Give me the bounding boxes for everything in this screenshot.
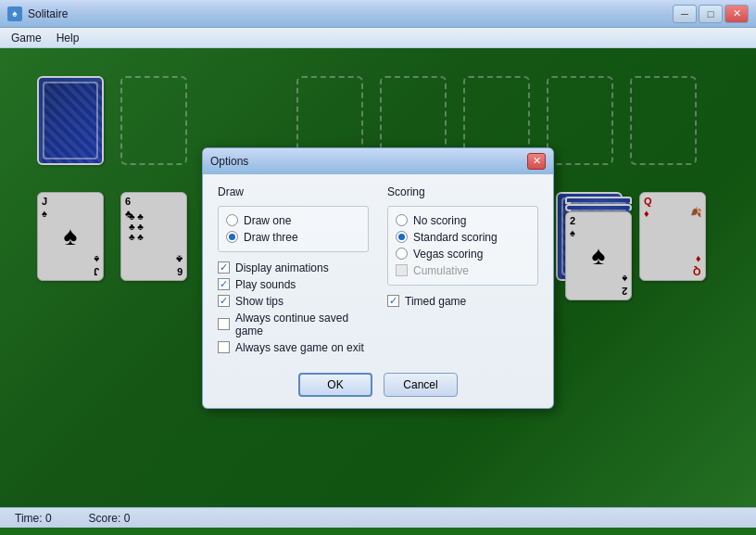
dialog-columns: Draw Draw one Draw three [218,185,538,354]
dialog-body: Draw Draw one Draw three [203,174,553,365]
dialog-close-button[interactable]: ✕ [527,153,546,170]
show-tips-option[interactable]: Show tips [218,295,369,308]
menu-help[interactable]: Help [49,30,87,46]
draw-one-label: Draw one [244,214,291,227]
draw-column: Draw Draw one Draw three [218,185,369,354]
window-title: Solitaire [28,7,673,20]
draw-one-option[interactable]: Draw one [226,214,360,227]
time-value: 0 [45,512,52,525]
display-animations-option[interactable]: Display animations [218,261,369,274]
continue-saved-option[interactable]: Always continue saved game [218,312,369,338]
app-icon: ♠ [7,6,22,21]
score-label: Score: [89,512,121,525]
scoring-column: Scoring No scoring Standard scoring [387,185,538,354]
continue-saved-label: Always continue saved game [235,312,369,338]
no-scoring-label: No scoring [413,214,466,227]
draw-three-radio[interactable] [226,231,238,243]
draw-radio-group: Draw one Draw three [226,214,360,244]
timed-game-label: Timed game [405,295,466,308]
draw-title: Draw [218,185,369,198]
status-bar: Time: 0 Score: 0 [0,507,756,528]
dialog-overlay: Options ✕ Draw Draw one [0,48,756,507]
standard-scoring-label: Standard scoring [413,231,498,244]
cumulative-checkbox [396,264,408,276]
score-display: Score: 0 [89,512,131,525]
cancel-button[interactable]: Cancel [384,373,458,397]
options-dialog: Options ✕ Draw Draw one [202,147,554,409]
minimize-button[interactable]: ─ [673,5,697,23]
play-sounds-option[interactable]: Play sounds [218,278,369,291]
scoring-section: No scoring Standard scoring Vegas scorin… [387,206,538,286]
title-bar: ♠ Solitaire ─ □ ✕ [0,0,756,28]
cumulative-label: Cumulative [413,264,469,277]
dialog-title-bar: Options ✕ [203,148,553,174]
show-tips-checkbox[interactable] [218,295,230,307]
score-value: 0 [124,512,131,525]
menu-game[interactable]: Game [4,30,49,46]
draw-three-option[interactable]: Draw three [226,231,360,244]
cumulative-option: Cumulative [396,264,530,277]
maximize-button[interactable]: □ [699,5,723,23]
title-bar-controls: ─ □ ✕ [673,5,749,23]
save-on-exit-label: Always save game on exit [235,341,364,354]
vegas-scoring-radio[interactable] [396,248,408,260]
continue-saved-checkbox[interactable] [218,318,230,330]
no-scoring-radio[interactable] [396,214,408,226]
no-scoring-option[interactable]: No scoring [396,214,530,227]
draw-section: Draw one Draw three [218,206,369,252]
scoring-radio-group: No scoring Standard scoring Vegas scorin… [396,214,530,277]
timed-game-option[interactable]: Timed game [387,295,538,308]
save-on-exit-option[interactable]: Always save game on exit [218,341,369,354]
ok-button[interactable]: OK [298,373,372,397]
time-display: Time: 0 [15,512,52,525]
play-sounds-checkbox[interactable] [218,278,230,290]
options-checkboxes: Display animations Play sounds Show tips [218,261,369,354]
dialog-title: Options [210,155,527,168]
timed-game-checkbox[interactable] [387,295,399,307]
time-label: Time: [15,512,43,525]
game-area: J♠ ♠ J♠ 6♣ ♣ ♣♣ ♣♣ ♣ 6♣ Q♦ 🍂 Q♦ 2♠ ♠ 2♠ [0,48,756,507]
close-button[interactable]: ✕ [724,5,749,23]
save-on-exit-checkbox[interactable] [218,341,230,353]
scoring-title: Scoring [387,185,538,198]
draw-three-label: Draw three [244,231,298,244]
display-animations-checkbox[interactable] [218,261,230,274]
play-sounds-label: Play sounds [235,278,296,291]
standard-scoring-radio[interactable] [396,231,408,243]
show-tips-label: Show tips [235,295,284,308]
vegas-scoring-label: Vegas scoring [413,248,483,261]
vegas-scoring-option[interactable]: Vegas scoring [396,248,530,261]
dialog-footer: OK Cancel [203,365,553,408]
display-animations-label: Display animations [235,261,329,274]
menu-bar: Game Help [0,28,756,48]
draw-one-radio[interactable] [226,214,238,226]
standard-scoring-option[interactable]: Standard scoring [396,231,530,244]
